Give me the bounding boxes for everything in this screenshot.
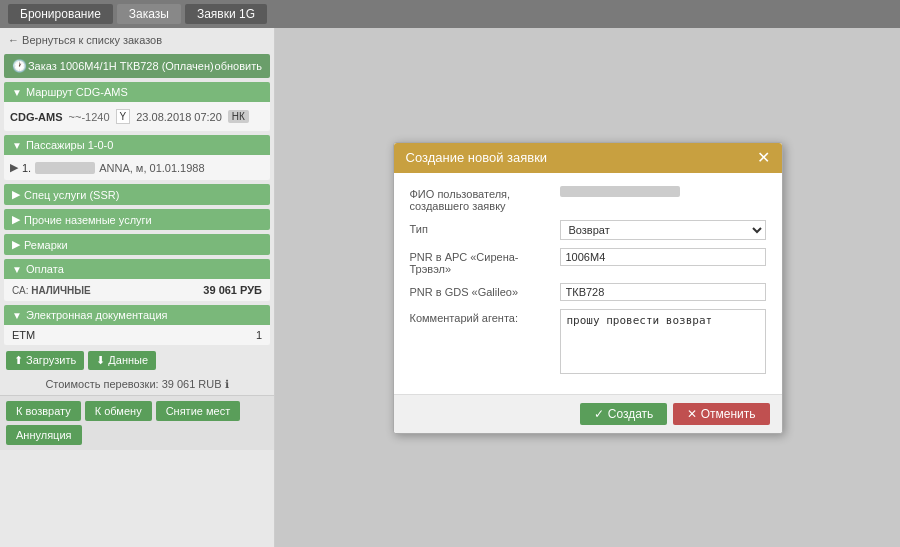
section-docs-label: Электронная документация [26, 309, 168, 321]
modal-overlay: Создание новой заявки ✕ ФИО пользователя… [275, 28, 900, 547]
pax-name-blur [35, 162, 95, 174]
route-code: CDG-AMS [10, 111, 63, 123]
modal-title: Создание новой заявки [406, 150, 548, 165]
cost-info: Стоимость перевозки: 39 061 RUB ℹ [0, 374, 274, 395]
section-payment-content: СА: НАЛИЧНЫЕ 39 061 РУБ [4, 279, 270, 301]
pax-expand-icon[interactable]: ▶ [10, 161, 18, 174]
payment-amount: 39 061 РУБ [203, 284, 262, 296]
create-button[interactable]: ✓ Создать [580, 403, 667, 425]
docs-row: ETM 1 [12, 329, 262, 341]
section-route-label: Маршрут CDG-AMS [26, 86, 128, 98]
order-status-icon: 🕐 [12, 59, 27, 73]
comment-textarea[interactable]: прошу провести возврат [560, 309, 766, 374]
upload-button[interactable]: ⬆ Загрузить [6, 351, 84, 370]
order-header: 🕐 Заказ 1006M4/1H ТКВ728 (Оплачен) обнов… [4, 54, 270, 78]
form-label-pnr-sirena: PNR в АРС «Сирена-Трэвэл» [410, 248, 560, 275]
section-spec-header[interactable]: ▶ Спец услуги (SSR) [4, 184, 270, 205]
section-ground-header[interactable]: ▶ Прочие наземные услуги [4, 209, 270, 230]
section-remarks-header[interactable]: ▶ Ремарки [4, 234, 270, 255]
route-num: ~~-1240 [69, 111, 110, 123]
section-payment-label: Оплата [26, 263, 64, 275]
docs-value: 1 [256, 329, 262, 341]
chevron-icon: ▶ [12, 188, 20, 201]
form-label-type: Тип [410, 220, 560, 235]
section-route-content: CDG-AMS ~~-1240 Y 23.08.2018 07:20 НК [4, 102, 270, 131]
modal-header: Создание новой заявки ✕ [394, 143, 782, 173]
form-row-pnr-sirena: PNR в АРС «Сирена-Трэвэл» [410, 248, 766, 275]
refund-button[interactable]: К возврату [6, 401, 81, 421]
chevron-icon: ▼ [12, 264, 22, 275]
left-panel: ← Вернуться к списку заказов 🕐 Заказ 100… [0, 28, 275, 547]
section-docs-header[interactable]: ▼ Электронная документация [4, 305, 270, 325]
payment-row: СА: НАЛИЧНЫЕ 39 061 РУБ [12, 284, 262, 296]
refresh-link[interactable]: обновить [215, 60, 262, 72]
nk-badge: НК [228, 110, 249, 123]
chevron-icon: ▼ [12, 310, 22, 321]
pnr-sirena-input[interactable] [560, 248, 766, 266]
section-spec-label: Спец услуги (SSR) [24, 189, 119, 201]
user-name-blur [560, 186, 680, 197]
tab-booking[interactable]: Бронирование [8, 4, 113, 24]
form-row-pnr-galileo: PNR в GDS «Galileo» [410, 283, 766, 301]
order-title: Заказ 1006M4/1H ТКВ728 (Оплачен) [28, 60, 214, 72]
section-docs-content: ETM 1 [4, 325, 270, 345]
route-date: 23.08.2018 07:20 [136, 111, 222, 123]
tab-orders[interactable]: Заказы [117, 4, 181, 24]
section-passengers-label: Пассажиры 1-0-0 [26, 139, 113, 151]
route-row: CDG-AMS ~~-1240 Y 23.08.2018 07:20 НК [10, 106, 264, 127]
section-docs: ▼ Электронная документация ETM 1 [4, 305, 270, 345]
form-label-comment: Комментарий агента: [410, 309, 560, 324]
pax-info: ANNA, м, 01.01.1988 [99, 162, 204, 174]
section-passengers-header[interactable]: ▼ Пассажиры 1-0-0 [4, 135, 270, 155]
section-ground-label: Прочие наземные услуги [24, 214, 152, 226]
pnr-galileo-input[interactable] [560, 283, 766, 301]
chevron-icon: ▶ [12, 213, 20, 226]
section-spec: ▶ Спец услуги (SSR) [4, 184, 270, 205]
form-label-pnr-galileo: PNR в GDS «Galileo» [410, 283, 560, 298]
chevron-icon: ▶ [12, 238, 20, 251]
modal-footer: ✓ Создать ✕ Отменить [394, 394, 782, 433]
top-nav: Бронирование Заказы Заявки 1G [0, 0, 900, 28]
route-class: Y [116, 109, 131, 124]
modal-cancel-button[interactable]: ✕ Отменить [673, 403, 769, 425]
section-payment: ▼ Оплата СА: НАЛИЧНЫЕ 39 061 РУБ [4, 259, 270, 301]
section-passengers: ▼ Пассажиры 1-0-0 ▶ 1. ANNA, м, 01.01.19… [4, 135, 270, 180]
pax-row: ▶ 1. ANNA, м, 01.01.1988 [10, 159, 264, 176]
back-link[interactable]: ← Вернуться к списку заказов [0, 28, 274, 52]
section-remarks-label: Ремарки [24, 239, 68, 251]
right-panel: Создание новой заявки ✕ ФИО пользователя… [275, 28, 900, 547]
tab-requests[interactable]: Заявки 1G [185, 4, 267, 24]
form-label-user: ФИО пользователя, создавшего заявку [410, 185, 560, 212]
action-buttons: ⬆ Загрузить ⬇ Данные [0, 347, 274, 374]
chevron-icon: ▼ [12, 87, 22, 98]
section-passengers-content: ▶ 1. ANNA, м, 01.01.1988 [4, 155, 270, 180]
type-select[interactable]: Возврат [560, 220, 766, 240]
remove-seats-button[interactable]: Снятие мест [156, 401, 241, 421]
section-payment-header[interactable]: ▼ Оплата [4, 259, 270, 279]
docs-key: ETM [12, 329, 35, 341]
bottom-buttons: К возврату К обмену Снятие мест Аннуляци… [0, 395, 274, 450]
chevron-icon: ▼ [12, 140, 22, 151]
cancel-order-button[interactable]: Аннуляция [6, 425, 82, 445]
modal-dialog: Создание новой заявки ✕ ФИО пользователя… [393, 142, 783, 434]
section-route: ▼ Маршрут CDG-AMS CDG-AMS ~~-1240 Y 23.0… [4, 82, 270, 131]
form-row-comment: Комментарий агента: прошу провести возвр… [410, 309, 766, 374]
section-route-header[interactable]: ▼ Маршрут CDG-AMS [4, 82, 270, 102]
data-button[interactable]: ⬇ Данные [88, 351, 156, 370]
form-value-user [560, 185, 766, 198]
form-row-type: Тип Возврат [410, 220, 766, 240]
section-ground: ▶ Прочие наземные услуги [4, 209, 270, 230]
modal-body: ФИО пользователя, создавшего заявку Тип … [394, 173, 782, 394]
payment-key: СА: НАЛИЧНЫЕ [12, 285, 91, 296]
exchange-button[interactable]: К обмену [85, 401, 152, 421]
form-row-user: ФИО пользователя, создавшего заявку [410, 185, 766, 212]
section-remarks: ▶ Ремарки [4, 234, 270, 255]
pax-num: 1. [22, 162, 31, 174]
main-layout: ← Вернуться к списку заказов 🕐 Заказ 100… [0, 28, 900, 547]
modal-close-button[interactable]: ✕ [757, 150, 770, 166]
